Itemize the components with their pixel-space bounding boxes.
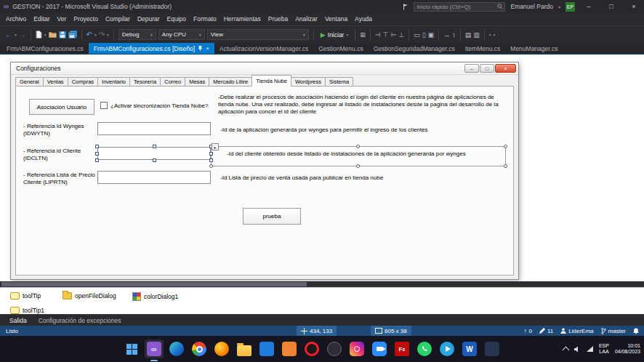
doc-tab-frmabmconfiguraciones-cs[interactable]: FrmABMConfiguraciones.cs [1, 43, 89, 54]
clock[interactable]: 10:01 04/08/2023 [615, 343, 640, 355]
doc-tab-menumanager-cs[interactable]: MenuManager.cs [505, 43, 563, 54]
form-maximize-button[interactable]: □ [480, 64, 494, 73]
window-close-button[interactable]: × [625, 0, 643, 13]
resize-handle[interactable] [95, 145, 99, 148]
menu-formato[interactable]: Formato [190, 13, 220, 25]
navigate-back-dropdown-icon[interactable]: ▾ [15, 33, 17, 37]
doc-tab-itemmenu-cs[interactable]: ItemMenu.cs [460, 43, 506, 54]
checkbox-unchecked[interactable] [100, 102, 108, 109]
doc-tab-frmabmconfiguraciones-diseno[interactable]: FrmABMConfiguraciones.cs [Diseño] × [89, 43, 214, 54]
field-label-idcltn[interactable]: - Referencia id Cliente (IDCLTN) [23, 148, 90, 162]
notifications-flag-icon[interactable] [403, 4, 408, 10]
network-icon[interactable] [587, 346, 593, 352]
platform-select[interactable]: Any CPU ▾ [158, 29, 205, 40]
menu-prueba[interactable]: Prueba [265, 13, 291, 25]
taskbar-app-dark-circle[interactable] [325, 339, 344, 358]
redo-icon[interactable]: ↷ [99, 31, 105, 39]
resize-handle[interactable] [209, 158, 213, 162]
pending-changes[interactable]: 11 [539, 328, 553, 334]
taskbar-app-dark-square[interactable] [483, 339, 502, 358]
save-icon[interactable] [59, 31, 66, 39]
repository-indicator[interactable]: LiderEma [560, 328, 593, 334]
open-file-icon[interactable] [49, 31, 57, 38]
selection-handle[interactable] [356, 164, 360, 168]
panel-tab-salida[interactable]: Salida [4, 317, 32, 324]
taskbar-app-filezilla[interactable]: Fz [393, 339, 411, 358]
outgoing-commits[interactable]: ↑ 0 [524, 328, 532, 334]
menu-compilar[interactable]: Compilar [102, 13, 134, 25]
doc-tab-gestionseguridadmanager-cs[interactable]: GestionSeguridadManager.cs [369, 43, 460, 54]
align-bottoms-icon[interactable]: ⊥ [398, 31, 404, 39]
taskbar-app-telegram[interactable] [438, 339, 456, 358]
volume-icon[interactable] [574, 346, 581, 353]
new-file-dropdown-icon[interactable]: ▾ [44, 33, 47, 37]
menu-herramientas[interactable]: Herramientas [220, 13, 265, 25]
selection-handle[interactable] [504, 145, 507, 148]
menu-archivo[interactable]: Archivo [2, 13, 30, 25]
user-dropdown-icon[interactable]: ▾ [558, 4, 560, 9]
taskbar-app-blue[interactable] [257, 339, 276, 358]
debug-configuration-select[interactable]: Debug ▾ [118, 29, 156, 40]
form-tab-tienda-nube[interactable]: Tienda Nube [251, 75, 291, 87]
bring-to-front-icon[interactable]: ▤ [465, 31, 472, 39]
prueba-button[interactable]: prueba [243, 208, 301, 225]
user-avatar[interactable]: EP [565, 2, 575, 12]
panel-tab-configuracion-de-excepciones[interactable]: Configuración de excepciones [33, 317, 126, 324]
window-minimize-button[interactable]: – [580, 0, 597, 13]
quick-launch-input[interactable] [414, 4, 497, 10]
horizontal-spacing-icon[interactable]: ↔ [443, 31, 450, 39]
window-maximize-button[interactable]: □ [603, 0, 620, 13]
resize-handle[interactable] [95, 158, 99, 162]
textbox-idcltn[interactable]: ▸ [97, 147, 211, 160]
align-lefts-icon[interactable]: ⊣ [375, 31, 381, 39]
taskbar-app-whatsapp[interactable] [415, 339, 434, 358]
resize-handle[interactable] [153, 145, 156, 148]
taskbar-app-edge[interactable] [167, 339, 186, 358]
smart-tag-button[interactable]: ▸ [212, 143, 219, 150]
search-icon[interactable] [497, 4, 504, 9]
component-tooltip[interactable]: toolTip [10, 292, 41, 299]
selection-handle[interactable] [209, 164, 213, 168]
user-name[interactable]: Emanuel Pardo [510, 3, 553, 10]
undo-dropdown-icon[interactable]: ▾ [94, 33, 97, 37]
taskbar-app-word[interactable]: W [460, 339, 479, 358]
form-minimize-button[interactable]: – [464, 64, 479, 73]
selection-handle[interactable] [356, 145, 360, 148]
undo-icon[interactable]: ↶ [86, 31, 92, 39]
textbox-liprtn-input[interactable] [98, 174, 210, 186]
doc-tab-actualizacionversionmanager-cs[interactable]: ActualizacionVersionManager.cs [214, 43, 313, 54]
asociacion-usuario-button[interactable]: Asociación Usuario [29, 99, 94, 115]
resize-handle[interactable] [209, 152, 213, 156]
taskbar-app-firefox[interactable] [212, 339, 231, 358]
forms-designer-surface[interactable]: Configuraciones – □ × General Ventas Com… [0, 55, 644, 281]
menu-analizar[interactable]: Analizar [291, 13, 321, 25]
pin-icon[interactable] [198, 45, 203, 52]
redo-dropdown-icon[interactable]: ▾ [107, 33, 109, 37]
textbox-liprtn[interactable] [97, 171, 211, 184]
language-indicator[interactable]: ESP LAA [599, 343, 609, 355]
sync-checkbox-row[interactable]: ¿Activar sincronización Tienda Nube? [100, 102, 208, 109]
field-desc-idwytn[interactable]: -Id de la aplicación generarda por wynge… [220, 126, 505, 134]
branch-indicator[interactable]: master [601, 328, 626, 334]
start-button[interactable] [122, 339, 141, 358]
menu-ventana[interactable]: Ventana [321, 13, 351, 25]
component-tooltip1[interactable]: toolTip1 [10, 307, 44, 314]
save-all-icon[interactable] [68, 31, 77, 39]
menu-editar[interactable]: Editar [30, 13, 53, 25]
toolbar-overflow-chevron-icon[interactable]: ▾ [489, 33, 491, 37]
view-select[interactable]: View ▾ [207, 29, 309, 40]
menu-equipo[interactable]: Equipo [164, 13, 190, 25]
field-desc-liprtn[interactable]: -Id Lista de precio de venta usada para … [220, 174, 505, 182]
taskbar-app-chrome[interactable] [190, 339, 209, 358]
horizontal-scrollbar[interactable] [0, 281, 644, 287]
menu-depurar[interactable]: Depurar [134, 13, 164, 25]
field-label-idwytn[interactable]: - Referencia Id Wynges (IDWYTN) [23, 123, 90, 137]
navigate-forward-icon[interactable]: → [19, 31, 26, 39]
selection-handle[interactable] [504, 164, 507, 168]
taskbar-app-opera[interactable] [302, 339, 321, 358]
align-rights-icon[interactable]: ⊢ [390, 31, 396, 39]
same-height-icon[interactable]: ▯ [422, 31, 426, 39]
taskbar-app-instagram[interactable] [347, 339, 366, 358]
menu-proyecto[interactable]: Proyecto [70, 13, 102, 25]
menu-ayuda[interactable]: Ayuda [351, 13, 376, 25]
